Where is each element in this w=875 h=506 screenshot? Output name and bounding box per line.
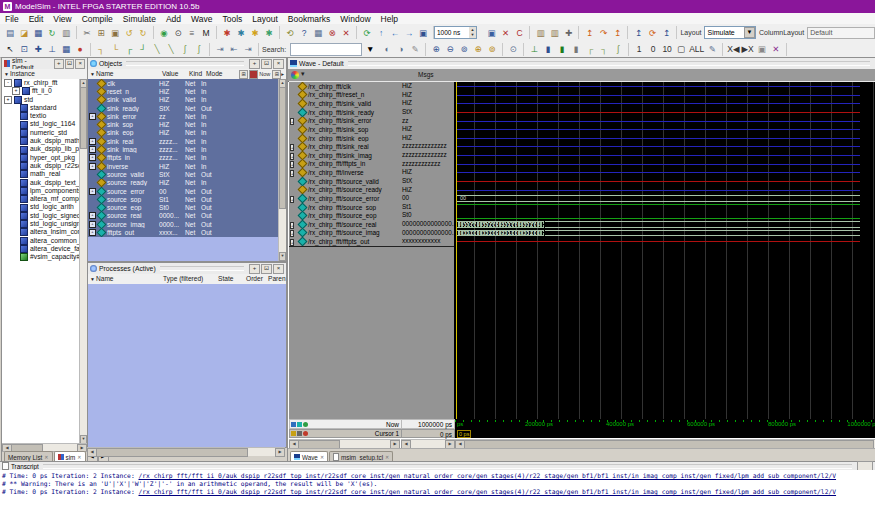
expand-icon[interactable]: + (290, 196, 294, 203)
stop-icon[interactable]: C (513, 27, 525, 39)
memory-icon[interactable]: ▦ (312, 27, 324, 39)
menu-compile[interactable]: Compile (77, 14, 118, 24)
waveform-sink_ready[interactable] (454, 108, 875, 117)
wave-signal-inverse[interactable]: +/rx_chirp_fft/inverse (289, 168, 400, 177)
sim-panel-add-button[interactable]: + (54, 59, 64, 69)
trafficlight-icon[interactable]: ● (74, 43, 86, 55)
wave-signal-sink_eop[interactable]: /rx_chirp_fft/sink_eop (289, 134, 400, 143)
cursor-pair-icon[interactable]: ⊥ (46, 43, 58, 55)
x-cursor-icon[interactable]: ✕ (770, 43, 782, 55)
tree-item-auk_dspip_r22sdf_lib_pk[interactable]: auk_dspip_r22sdf_lib_pk (2, 162, 80, 170)
object-row-source_imag[interactable]: +source_imag0000...NetOut (88, 220, 279, 228)
next-transition-icon[interactable]: ▶X (741, 43, 753, 55)
tree-item-auk_dspip_text_pkg[interactable]: auk_dspip_text_pkg (2, 179, 80, 187)
wave-signal-source_ready[interactable]: /rx_chirp_fft/source_ready (289, 186, 400, 195)
wave-signal-sink_ready[interactable]: /rx_chirp_fft/sink_ready (289, 108, 400, 117)
expanded-time-icon[interactable]: ⊥ (528, 43, 540, 55)
expand-icon[interactable]: + (290, 239, 294, 246)
wave-signal-sink_error[interactable]: +/rx_chirp_fft/sink_error (289, 117, 400, 126)
add-list-icon[interactable]: ▥ (548, 27, 560, 39)
copy-icon[interactable]: ⊞ (95, 27, 107, 39)
compile-icon[interactable]: ◉ (158, 27, 170, 39)
transcript-log[interactable]: # Time: 0 ps Iteration: 2 Instance: /rx_… (0, 470, 875, 506)
run-next-icon[interactable]: ↥ (660, 27, 672, 39)
reorder-right-icon[interactable]: ⇥ (214, 43, 226, 55)
waveform-inverse[interactable] (454, 168, 875, 177)
reorder-end-icon[interactable]: ⇥ (242, 43, 254, 55)
undo-icon[interactable]: ↺ (123, 27, 135, 39)
waveform-fftpts_in[interactable] (454, 160, 875, 169)
outline-icon[interactable]: ≡ (186, 27, 198, 39)
add-cursor-icon[interactable] (303, 422, 308, 427)
object-row-sink_ready[interactable]: sink_readyStXNetOut (88, 104, 279, 112)
objects-panel-add-button[interactable]: + (249, 59, 260, 69)
help-context-icon[interactable]: ? (298, 27, 310, 39)
layout-select-dropdown-icon[interactable]: ▼ (744, 27, 755, 38)
run-all-icon[interactable]: ⟳ (646, 27, 658, 39)
open-icon[interactable]: ◪ (18, 27, 30, 39)
edge-rise-icon[interactable]: ┌ (584, 43, 596, 55)
collapse-blue-icon[interactable]: ▮ (542, 43, 554, 55)
grid-mode-icon[interactable]: ▦ (60, 43, 72, 55)
menu-help[interactable]: Help (376, 14, 403, 24)
wave-canvas-hscrollbar[interactable]: ◀ (455, 439, 875, 448)
wave-paste-icon[interactable]: ┌ (123, 43, 135, 55)
layout-select[interactable]: Simulate▼ (704, 26, 756, 39)
tree-item-auk_dspip_lib_pkg[interactable]: auk_dspip_lib_pkg (2, 145, 80, 153)
expand-icon[interactable]: + (290, 118, 294, 125)
run-length-input[interactable]: 1000 ns▲▼ (434, 26, 477, 39)
add-wave-icon[interactable]: ▥ (534, 27, 546, 39)
cursor-edit-icon[interactable] (297, 431, 302, 436)
sim-doc-icon[interactable]: ▣ (417, 27, 429, 39)
expand-icon[interactable]: + (89, 188, 96, 195)
object-row-source_valid[interactable]: source_validStXNetOut (88, 170, 279, 178)
waveform-fftpts_out[interactable] (454, 237, 875, 246)
waveform-sink_sop[interactable] (454, 125, 875, 134)
wave-signal-source_error[interactable]: +/rx_chirp_fft/source_error (289, 194, 400, 203)
cursor-label[interactable]: Cursor 1 (375, 430, 401, 437)
find-signal-icon[interactable]: ⊙ (507, 43, 519, 55)
wave-signal-sink_sop[interactable]: /rx_chirp_fft/sink_sop (289, 125, 400, 134)
sim-panel-close-button[interactable]: × (75, 59, 85, 69)
select-mode-icon[interactable]: ↖ (4, 43, 16, 55)
object-row-source_real[interactable]: +source_real0000...NetOut (88, 212, 279, 220)
wave-insert-icon[interactable]: ┘ (137, 43, 149, 55)
waveform-sink_real[interactable] (454, 142, 875, 151)
cursor-lock-icon[interactable] (291, 431, 296, 436)
close-tab-icon[interactable]: ✕ (44, 454, 48, 460)
wave-signal-clk[interactable]: /rx_chirp_fft/clk (289, 82, 400, 91)
waveform-source_error[interactable]: 00 (454, 194, 875, 203)
wave-signal-source_valid[interactable]: /rx_chirp_fft/source_valid (289, 177, 400, 186)
objects-vscrollbar[interactable]: ▲ ▼ (278, 79, 286, 261)
object-row-fftpts_in[interactable]: +fftpts_inzzzz...NetIn (88, 154, 279, 162)
collapse-gray-icon[interactable]: ▮ (570, 43, 582, 55)
wave-signal-source_sop[interactable]: /rx_chirp_fft/source_sop (289, 203, 400, 212)
zoom-out-icon[interactable]: ⊖ (444, 43, 456, 55)
scroll-down-icon[interactable]: ▼ (279, 252, 286, 261)
menu-tools[interactable]: Tools (217, 14, 247, 24)
restart-icon[interactable]: ⟳ (361, 27, 373, 39)
wave-signal-source_imag[interactable]: +/rx_chirp_fft/source_imag (289, 229, 400, 238)
sim-mode-icon[interactable]: ▣ (485, 27, 497, 39)
wave-group-icon[interactable] (291, 71, 299, 79)
header-more-icon[interactable]: ▸ (281, 71, 284, 77)
cursor-time-flag[interactable]: 0 ps (457, 430, 471, 438)
reload-icon[interactable]: ↻ (46, 27, 58, 39)
tree-item-std_logic_unsigned[interactable]: std_logic_unsigned (2, 220, 80, 228)
force-10-icon[interactable]: 10 (661, 43, 673, 55)
expand-icon[interactable]: + (89, 163, 96, 170)
waveform-sink_imag[interactable] (454, 151, 875, 160)
expand-icon[interactable]: + (89, 229, 96, 236)
force-0-icon[interactable]: 0 (647, 43, 659, 55)
menu-window[interactable]: Window (335, 14, 375, 24)
waveform-sink_valid[interactable] (454, 99, 875, 108)
tree-item-std_logic_arith[interactable]: std_logic_arith (2, 203, 80, 211)
object-row-fftpts_out[interactable]: +fftpts_outxxxx...NetOut (88, 228, 279, 236)
menu-add[interactable]: Add (161, 14, 186, 24)
wave-cut-icon[interactable]: ┐ (95, 43, 107, 55)
object-row-sink_sop[interactable]: sink_sopHiZNetIn (88, 120, 279, 128)
sim-panel-undock-button[interactable]: ⊡ (65, 59, 75, 69)
object-row-sink_valid[interactable]: sink_validHiZNetIn (88, 96, 279, 104)
new-file-icon[interactable]: ▤ (4, 27, 16, 39)
object-row-clk[interactable]: clkHiZNetIn (88, 79, 279, 87)
